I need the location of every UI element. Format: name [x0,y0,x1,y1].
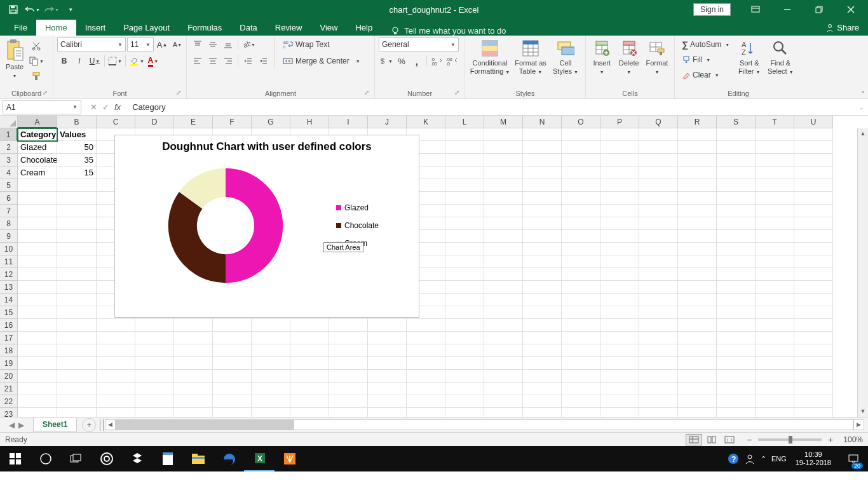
cut-button[interactable] [28,39,44,53]
cell[interactable] [445,319,484,332]
select-all-cell[interactable] [0,116,18,128]
collapse-ribbon-icon[interactable]: ⌃ [860,90,865,97]
cell[interactable] [174,370,213,383]
cell[interactable] [600,154,639,166]
cell[interactable] [639,332,678,344]
normal-view-icon[interactable] [686,434,702,445]
cell[interactable] [18,383,57,395]
sign-in-button[interactable]: Sign in [693,3,731,16]
cell[interactable] [135,357,174,370]
cell[interactable] [756,217,794,230]
cell[interactable] [794,154,833,166]
cell[interactable] [794,141,833,154]
scroll-right-icon[interactable]: ▶ [853,419,864,430]
cell[interactable] [484,306,523,319]
cell[interactable] [756,141,794,154]
cell[interactable] [18,205,57,217]
cell[interactable] [407,332,445,344]
tab-split-handle[interactable] [100,419,104,431]
clipboard-launcher-icon[interactable]: ⤢ [43,89,48,96]
cell[interactable] [174,332,213,344]
increase-decimal-icon[interactable]: .0.00 [430,54,444,68]
cell[interactable] [18,332,57,344]
cell[interactable] [794,243,833,255]
cell[interactable] [445,141,484,154]
cell[interactable] [18,268,57,281]
row-header[interactable]: 15 [0,306,18,319]
cell[interactable] [639,344,678,357]
cell[interactable] [523,230,562,243]
cancel-formula-icon[interactable]: ✕ [90,102,97,112]
chart-title[interactable]: Doughnut Chart with user defined colors [115,135,419,156]
zoom-slider[interactable] [758,438,822,441]
format-cells-button[interactable]: Format▼ [644,37,670,76]
cell[interactable] [562,141,600,154]
cell[interactable] [756,268,794,281]
cell[interactable] [484,141,523,154]
cell[interactable] [290,357,329,370]
cell[interactable] [678,255,717,268]
cell[interactable] [639,179,678,192]
cell[interactable] [135,395,174,408]
cell[interactable] [523,383,562,395]
cell[interactable] [290,332,329,344]
cell[interactable] [639,395,678,408]
percent-format-icon[interactable]: % [395,54,409,68]
cell[interactable] [600,255,639,268]
copy-button[interactable]: ▼ [28,54,44,68]
cell[interactable] [57,230,97,243]
font-name-combo[interactable]: Calibri▼ [57,37,126,51]
cell[interactable] [252,319,290,332]
cell[interactable] [484,205,523,217]
cell[interactable] [445,243,484,255]
cell[interactable] [445,128,484,141]
cell[interactable] [717,243,756,255]
column-header[interactable]: Q [639,116,678,128]
cell[interactable] [600,192,639,205]
tab-home[interactable]: Home [36,20,76,36]
cell-styles-button[interactable]: Cell Styles ▼ [550,37,581,76]
row-header[interactable]: 10 [0,243,18,255]
task-view-icon[interactable] [61,446,92,471]
cell[interactable] [794,255,833,268]
cell[interactable] [639,141,678,154]
cell[interactable] [57,243,97,255]
donut-slice-chocolate[interactable] [168,192,226,283]
start-button[interactable] [0,446,31,471]
cell[interactable] [756,357,794,370]
zoom-level[interactable]: 100% [843,435,863,444]
cell[interactable] [756,243,794,255]
cell[interactable] [445,344,484,357]
tray-language[interactable]: ENG [771,455,787,463]
cell[interactable] [407,395,445,408]
cell[interactable] [678,230,717,243]
cell[interactable] [252,383,290,395]
cell[interactable] [445,154,484,166]
cell[interactable] [368,344,407,357]
scroll-down-icon[interactable]: ▼ [858,406,868,417]
tray-people-icon[interactable] [744,453,756,464]
column-header[interactable]: F [213,116,252,128]
column-header[interactable]: A [18,116,57,128]
cell[interactable]: Cream [18,166,57,179]
bold-button[interactable]: B [57,54,71,68]
cell[interactable] [562,128,600,141]
cell[interactable] [57,179,97,192]
cell[interactable] [523,319,562,332]
chart-legend[interactable]: GlazedChocolateCream [336,156,419,295]
cell[interactable] [329,344,368,357]
tab-data[interactable]: Data [231,20,266,36]
tab-file[interactable]: File [5,20,36,36]
scroll-left-icon[interactable]: ◀ [105,419,116,430]
legend-item[interactable]: Chocolate [336,221,419,230]
cell[interactable] [407,408,445,417]
cell[interactable] [756,128,794,141]
cell[interactable] [407,370,445,383]
cell[interactable] [368,395,407,408]
cell[interactable] [368,319,407,332]
cell[interactable] [562,205,600,217]
zoom-in-icon[interactable]: + [825,435,836,445]
cell[interactable] [678,141,717,154]
cell[interactable] [717,319,756,332]
cell[interactable] [484,344,523,357]
